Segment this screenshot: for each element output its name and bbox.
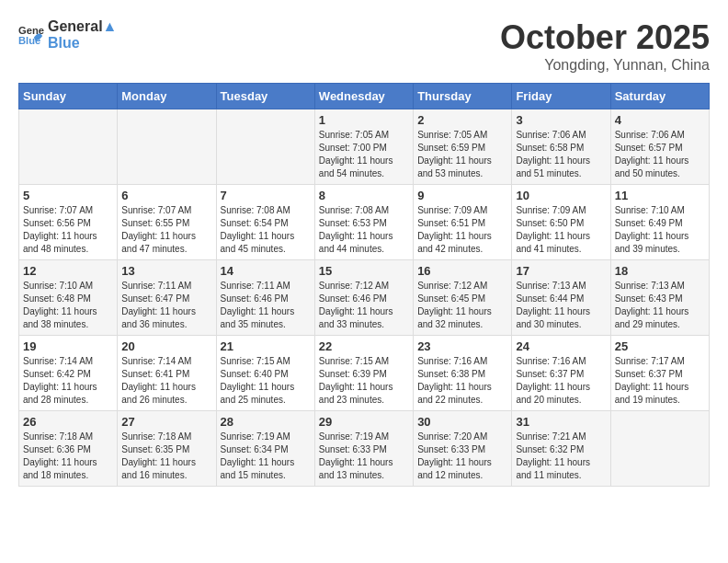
day-info: Sunrise: 7:19 AM Sunset: 6:33 PM Dayligh… [319,431,409,482]
day-info: Sunrise: 7:15 AM Sunset: 6:40 PM Dayligh… [221,355,311,407]
day-cell: 24Sunrise: 7:16 AM Sunset: 6:37 PM Dayli… [512,336,610,411]
day-number: 23 [417,339,507,353]
day-cell: 3Sunrise: 7:06 AM Sunset: 6:58 PM Daylig… [512,109,610,185]
title-area: October 2025 Yongding, Yunnan, China [500,18,710,74]
day-info: Sunrise: 7:07 AM Sunset: 6:55 PM Dayligh… [121,204,211,256]
day-number: 27 [121,415,211,429]
day-info: Sunrise: 7:21 AM Sunset: 6:32 PM Dayligh… [516,431,606,482]
day-number: 26 [23,415,113,429]
day-info: Sunrise: 7:19 AM Sunset: 6:34 PM Dayligh… [221,431,311,482]
header-row: SundayMondayTuesdayWednesdayThursdayFrid… [19,84,710,109]
day-number: 8 [319,189,409,202]
logo: General Blue General▲ Blue [18,18,117,51]
day-info: Sunrise: 7:10 AM Sunset: 6:48 PM Dayligh… [23,280,113,331]
day-info: Sunrise: 7:05 AM Sunset: 7:00 PM Dayligh… [319,129,409,180]
day-number: 4 [615,113,705,127]
week-row-3: 12Sunrise: 7:10 AM Sunset: 6:48 PM Dayli… [19,260,710,336]
day-info: Sunrise: 7:16 AM Sunset: 6:38 PM Dayligh… [417,355,507,407]
day-cell: 13Sunrise: 7:11 AM Sunset: 6:47 PM Dayli… [118,260,216,336]
logo-icon: General Blue [18,22,44,48]
day-cell: 29Sunrise: 7:19 AM Sunset: 6:33 PM Dayli… [314,411,413,487]
day-info: Sunrise: 7:12 AM Sunset: 6:45 PM Dayligh… [417,280,507,331]
week-row-2: 5Sunrise: 7:07 AM Sunset: 6:56 PM Daylig… [19,185,710,260]
header-cell-saturday: Saturday [610,84,709,109]
day-info: Sunrise: 7:11 AM Sunset: 6:46 PM Dayligh… [221,280,311,331]
day-cell: 9Sunrise: 7:09 AM Sunset: 6:51 PM Daylig… [414,185,512,260]
day-cell: 15Sunrise: 7:12 AM Sunset: 6:46 PM Dayli… [314,260,413,336]
day-number: 13 [121,264,211,278]
day-info: Sunrise: 7:17 AM Sunset: 6:37 PM Dayligh… [615,355,705,407]
header-cell-thursday: Thursday [414,84,512,109]
day-cell: 7Sunrise: 7:08 AM Sunset: 6:54 PM Daylig… [216,185,314,260]
day-number: 22 [319,339,409,353]
day-cell [610,411,709,487]
day-cell: 5Sunrise: 7:07 AM Sunset: 6:56 PM Daylig… [19,185,118,260]
day-info: Sunrise: 7:16 AM Sunset: 6:37 PM Dayligh… [516,355,606,407]
day-cell: 22Sunrise: 7:15 AM Sunset: 6:39 PM Dayli… [314,336,413,411]
header-cell-sunday: Sunday [19,84,118,109]
header-cell-tuesday: Tuesday [216,84,314,109]
week-row-5: 26Sunrise: 7:18 AM Sunset: 6:36 PM Dayli… [19,411,710,487]
day-number: 20 [121,339,211,353]
day-cell: 12Sunrise: 7:10 AM Sunset: 6:48 PM Dayli… [19,260,118,336]
day-cell: 2Sunrise: 7:05 AM Sunset: 6:59 PM Daylig… [414,109,512,185]
day-info: Sunrise: 7:06 AM Sunset: 6:58 PM Dayligh… [516,129,606,180]
svg-text:Blue: Blue [18,35,40,46]
day-number: 19 [23,339,113,353]
day-cell: 18Sunrise: 7:13 AM Sunset: 6:43 PM Dayli… [610,260,709,336]
day-cell: 26Sunrise: 7:18 AM Sunset: 6:36 PM Dayli… [19,411,118,487]
day-info: Sunrise: 7:05 AM Sunset: 6:59 PM Dayligh… [417,129,507,180]
day-info: Sunrise: 7:13 AM Sunset: 6:44 PM Dayligh… [516,280,606,331]
day-info: Sunrise: 7:08 AM Sunset: 6:53 PM Dayligh… [319,204,409,256]
day-info: Sunrise: 7:12 AM Sunset: 6:46 PM Dayligh… [319,280,409,331]
day-number: 24 [516,339,606,353]
day-cell: 11Sunrise: 7:10 AM Sunset: 6:49 PM Dayli… [610,185,709,260]
day-cell: 4Sunrise: 7:06 AM Sunset: 6:57 PM Daylig… [610,109,709,185]
day-cell: 23Sunrise: 7:16 AM Sunset: 6:38 PM Dayli… [414,336,512,411]
day-number: 15 [319,264,409,278]
day-number: 5 [23,189,113,202]
day-cell: 6Sunrise: 7:07 AM Sunset: 6:55 PM Daylig… [118,185,216,260]
day-info: Sunrise: 7:09 AM Sunset: 6:51 PM Dayligh… [417,204,507,256]
day-info: Sunrise: 7:06 AM Sunset: 6:57 PM Dayligh… [615,129,705,180]
day-number: 25 [615,339,705,353]
day-number: 28 [221,415,311,429]
day-info: Sunrise: 7:10 AM Sunset: 6:49 PM Dayligh… [615,204,705,256]
day-cell: 31Sunrise: 7:21 AM Sunset: 6:32 PM Dayli… [512,411,610,487]
day-number: 2 [417,113,507,127]
day-cell: 25Sunrise: 7:17 AM Sunset: 6:37 PM Dayli… [610,336,709,411]
day-info: Sunrise: 7:20 AM Sunset: 6:33 PM Dayligh… [417,431,507,482]
day-number: 12 [23,264,113,278]
calendar-table: SundayMondayTuesdayWednesdayThursdayFrid… [18,83,710,487]
day-cell: 21Sunrise: 7:15 AM Sunset: 6:40 PM Dayli… [216,336,314,411]
day-number: 30 [417,415,507,429]
day-info: Sunrise: 7:11 AM Sunset: 6:47 PM Dayligh… [121,280,211,331]
day-cell: 27Sunrise: 7:18 AM Sunset: 6:35 PM Dayli… [118,411,216,487]
day-number: 6 [121,189,211,202]
day-info: Sunrise: 7:13 AM Sunset: 6:43 PM Dayligh… [615,280,705,331]
day-cell: 10Sunrise: 7:09 AM Sunset: 6:50 PM Dayli… [512,185,610,260]
day-number: 17 [516,264,606,278]
day-cell: 28Sunrise: 7:19 AM Sunset: 6:34 PM Dayli… [216,411,314,487]
day-number: 14 [221,264,311,278]
day-info: Sunrise: 7:14 AM Sunset: 6:41 PM Dayligh… [121,355,211,407]
day-info: Sunrise: 7:08 AM Sunset: 6:54 PM Dayligh… [221,204,311,256]
day-cell: 17Sunrise: 7:13 AM Sunset: 6:44 PM Dayli… [512,260,610,336]
day-info: Sunrise: 7:09 AM Sunset: 6:50 PM Dayligh… [516,204,606,256]
calendar-title: October 2025 [500,18,710,57]
day-info: Sunrise: 7:15 AM Sunset: 6:39 PM Dayligh… [319,355,409,407]
day-cell [118,109,216,185]
header-cell-monday: Monday [118,84,216,109]
day-cell: 1Sunrise: 7:05 AM Sunset: 7:00 PM Daylig… [314,109,413,185]
day-info: Sunrise: 7:07 AM Sunset: 6:56 PM Dayligh… [23,204,113,256]
day-number: 10 [516,189,606,202]
day-number: 9 [417,189,507,202]
day-cell: 8Sunrise: 7:08 AM Sunset: 6:53 PM Daylig… [314,185,413,260]
logo-blue: Blue [48,35,117,52]
page-header: General Blue General▲ Blue October 2025 … [18,18,710,74]
header-cell-friday: Friday [512,84,610,109]
day-number: 29 [319,415,409,429]
day-number: 31 [516,415,606,429]
day-cell [19,109,118,185]
day-number: 21 [221,339,311,353]
